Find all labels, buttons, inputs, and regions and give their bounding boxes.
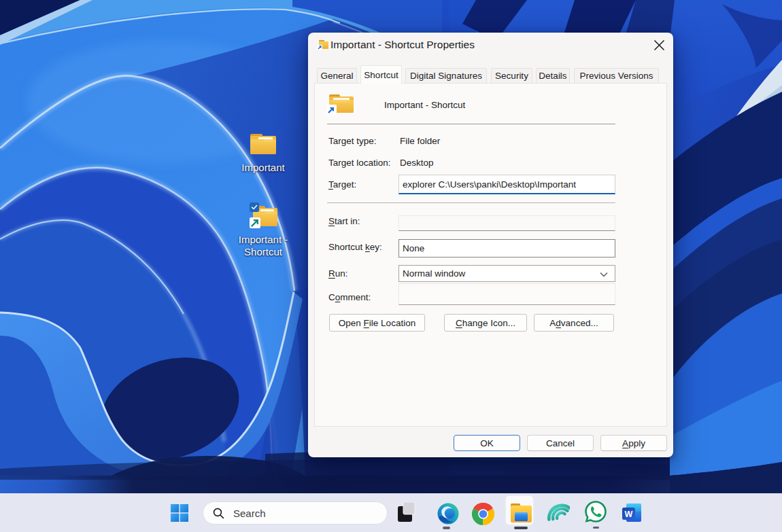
svg-text:W: W — [625, 510, 633, 519]
